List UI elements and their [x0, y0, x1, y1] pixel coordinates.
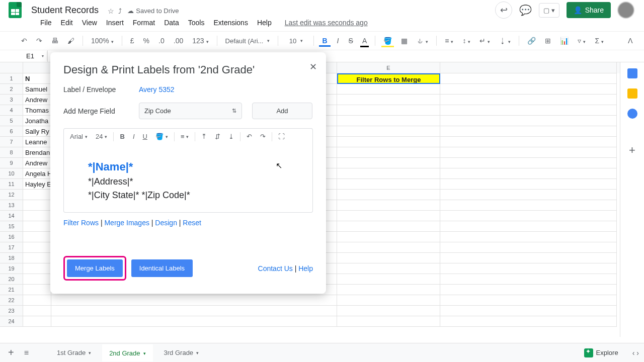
cell[interactable]	[440, 221, 617, 232]
cell[interactable]	[337, 253, 440, 263]
cell[interactable]	[440, 95, 617, 105]
editor-size-select[interactable]: 24	[94, 132, 109, 141]
cell[interactable]	[440, 263, 617, 274]
cell[interactable]	[337, 126, 440, 137]
cell[interactable]	[440, 274, 617, 285]
add-addon-button[interactable]: +	[629, 144, 635, 157]
row-header[interactable]: 4	[0, 105, 23, 116]
filter-rows-link[interactable]: Filter Rows	[63, 219, 99, 227]
keep-icon[interactable]	[627, 88, 637, 99]
cell[interactable]: Sally Ry	[23, 126, 51, 137]
functions-button[interactable]: Σ	[592, 35, 607, 47]
select-all-corner[interactable]	[0, 62, 23, 73]
editor-valign-mid-button[interactable]: ⇵	[213, 132, 222, 141]
cell[interactable]	[337, 158, 440, 168]
cell[interactable]: Filter Rows to Merge	[337, 73, 440, 84]
row-header[interactable]: 1	[0, 73, 23, 84]
cell[interactable]	[337, 211, 440, 221]
cell[interactable]	[337, 190, 440, 200]
chart-button[interactable]: 📊	[557, 35, 572, 47]
cell[interactable]	[440, 73, 617, 84]
history-button[interactable]: ↩	[495, 2, 512, 19]
tab-3rd-grade[interactable]: 3rd Grade▾	[157, 345, 206, 360]
cell[interactable]: Samuel	[23, 84, 51, 95]
explore-button[interactable]: Explore	[579, 345, 623, 360]
editor-italic-button[interactable]: I	[131, 132, 137, 141]
rotate-button[interactable]: ⭭	[496, 35, 514, 47]
menu-insert[interactable]: Insert	[102, 17, 128, 29]
cell[interactable]	[440, 116, 617, 126]
row-header[interactable]: 10	[0, 168, 23, 179]
cell[interactable]: Brendan	[23, 147, 51, 158]
cell[interactable]	[51, 316, 337, 327]
menu-view[interactable]: View	[78, 17, 101, 29]
link-button[interactable]: 🔗	[524, 35, 539, 47]
reset-link[interactable]: Reset	[183, 219, 201, 227]
cell[interactable]	[440, 179, 617, 190]
present-button[interactable]: ▢ ▾	[539, 3, 559, 18]
cell[interactable]	[440, 126, 617, 137]
cell[interactable]	[337, 168, 440, 179]
currency-button[interactable]: £	[127, 35, 137, 47]
row-header[interactable]: 11	[0, 179, 23, 190]
cell[interactable]	[440, 147, 617, 158]
borders-button[interactable]: ▦	[398, 35, 411, 47]
cell[interactable]	[337, 306, 440, 316]
cell[interactable]	[23, 232, 51, 242]
cell[interactable]	[23, 242, 51, 253]
row-header[interactable]: 14	[0, 211, 23, 221]
row-header[interactable]: 3	[0, 95, 23, 105]
collapse-toolbar-button[interactable]: ᐱ	[625, 35, 636, 47]
cell[interactable]	[23, 263, 51, 274]
number-format-button[interactable]: 123	[189, 35, 211, 47]
merge-cells-button[interactable]: ⫝	[414, 35, 431, 47]
cell[interactable]	[440, 316, 617, 327]
editor-font-select[interactable]: Arial	[68, 132, 90, 141]
cell[interactable]	[337, 95, 440, 105]
saved-status[interactable]: ☁ Saved to Drive	[127, 7, 179, 15]
menu-format[interactable]: Format	[129, 17, 159, 29]
cell[interactable]	[440, 158, 617, 168]
tab-1st-grade[interactable]: 1st Grade▾	[50, 345, 98, 360]
cell[interactable]: Andrew	[23, 158, 51, 168]
row-header[interactable]: 22	[0, 295, 23, 306]
tab-nav-right[interactable]: ›	[636, 349, 639, 357]
cell[interactable]	[337, 274, 440, 285]
editor-fullscreen-button[interactable]: ⛶	[276, 132, 287, 141]
cell[interactable]	[440, 200, 617, 211]
wrap-button[interactable]: ↵	[476, 35, 493, 47]
cell[interactable]	[440, 295, 617, 306]
percent-button[interactable]: %	[140, 35, 152, 47]
cell[interactable]	[337, 316, 440, 327]
comments-button[interactable]: 💬	[519, 4, 532, 16]
help-link[interactable]: Help	[298, 264, 313, 273]
filter-button[interactable]: ▿	[575, 35, 589, 47]
italic-button[interactable]: I	[334, 35, 343, 47]
tab-2nd-grade[interactable]: 2nd Grade▾	[102, 344, 152, 361]
row-header[interactable]: 9	[0, 158, 23, 168]
menu-data[interactable]: Data	[160, 17, 183, 29]
editor-undo-button[interactable]: ↶	[245, 132, 254, 141]
editor-align-button[interactable]: ≡	[179, 132, 191, 141]
undo-button[interactable]: ↶	[18, 35, 30, 47]
tasks-icon[interactable]	[627, 109, 637, 119]
col-header[interactable]	[440, 62, 617, 73]
all-sheets-button[interactable]: ≡	[21, 348, 32, 357]
bold-button[interactable]: B	[319, 35, 330, 47]
cell[interactable]	[440, 211, 617, 221]
cell[interactable]	[440, 84, 617, 95]
cell[interactable]	[23, 221, 51, 232]
last-edit-link[interactable]: Last edit was seconds ago	[281, 17, 372, 29]
calendar-icon[interactable]	[627, 68, 637, 78]
cell[interactable]	[440, 242, 617, 253]
increase-decimal-button[interactable]: .00	[171, 35, 186, 47]
editor-color-button[interactable]: 🪣	[153, 132, 170, 141]
row-header[interactable]: 8	[0, 147, 23, 158]
cell[interactable]: Angela H	[23, 168, 51, 179]
decrease-decimal-button[interactable]: .0	[155, 35, 168, 47]
font-size-select[interactable]: 10	[283, 35, 308, 47]
font-select[interactable]: Default (Ari...	[222, 35, 273, 47]
cell[interactable]	[440, 190, 617, 200]
menu-edit[interactable]: Edit	[57, 17, 77, 29]
close-icon[interactable]: ✕	[309, 61, 317, 72]
